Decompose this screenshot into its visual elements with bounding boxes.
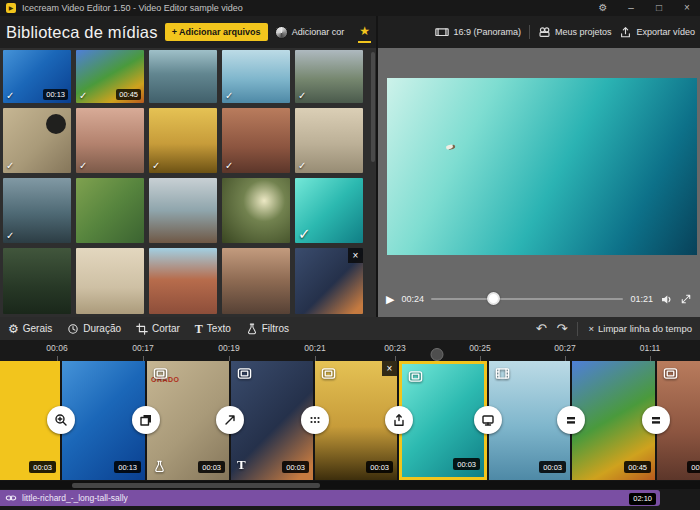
tool-label: Texto: [207, 323, 231, 334]
remove-clip-button[interactable]: ×: [382, 361, 397, 376]
textT-icon: T: [195, 323, 203, 335]
media-thumbnail-ocean-swimmer-photo[interactable]: ✓: [222, 50, 290, 103]
seek-bar[interactable]: [431, 298, 623, 300]
media-thumbnail-desert-truck-photo[interactable]: ✓: [76, 108, 144, 173]
media-thumbnail-camel-caravan-photo[interactable]: [76, 248, 144, 314]
video-editor-window: ▶ Icecream Video Editor 1.50 - Video Edi…: [0, 0, 700, 510]
title-bar: ▶ Icecream Video Editor 1.50 - Video Edi…: [0, 0, 700, 16]
minimize-button[interactable]: –: [624, 3, 638, 13]
audio-clip-name: little-richard_-_long-tall-sally: [22, 493, 128, 503]
audio-track-row: little-richard_-_long-tall-sally 02:10: [0, 489, 700, 507]
ruler-time-label: 00:23: [384, 343, 405, 353]
selected-check-icon: ✓: [79, 91, 87, 101]
media-thumbnail-turquoise-sea-photo[interactable]: ✓: [295, 178, 363, 243]
media-thumbnail-canyon-road-photo[interactable]: ✓: [222, 108, 290, 173]
media-thumbnail-rocky-shore-photo[interactable]: ✓: [3, 178, 71, 243]
monitor-transition-icon: [480, 412, 496, 428]
transition-button[interactable]: [132, 406, 160, 434]
frame-icon: [663, 366, 678, 381]
clip-duration-badge: 00:03: [539, 461, 566, 473]
ruler-time-label: 00:25: [469, 343, 490, 353]
redo-button[interactable]: ↷: [557, 322, 568, 335]
playhead-knob[interactable]: [431, 348, 444, 361]
flask-icon: [246, 323, 258, 335]
media-library-panel: Biblioteca de mídias + Adicionar arquivo…: [0, 16, 376, 317]
timeline-clips-track: 00:0300:13ORADO00:03T00:0300:03×00:0300:…: [0, 361, 700, 481]
text-applied-icon: T: [237, 455, 246, 473]
media-thumbnail-canyon-van-photo[interactable]: [149, 248, 217, 314]
widescreen-icon: [435, 25, 449, 39]
filmstrip-icon: [495, 366, 510, 381]
app-icon: ▶: [6, 3, 16, 13]
frame-icon: [237, 366, 252, 381]
ruler-time-label: 00:19: [218, 343, 239, 353]
tool-trim-button[interactable]: Cortar: [136, 323, 180, 335]
media-thumbnail-balloons-temple-photo[interactable]: ✓: [149, 108, 217, 173]
maximize-button[interactable]: □: [652, 3, 666, 13]
tool-text-button[interactable]: TTexto: [195, 323, 231, 335]
ruler-time-label: 00:17: [132, 343, 153, 353]
video-preview: [387, 78, 697, 255]
clock-icon: [67, 323, 79, 335]
timeline-ruler[interactable]: 00:0600:1700:1900:2100:2300:2500:2701:11: [0, 340, 700, 361]
library-title: Biblioteca de mídias: [6, 23, 158, 42]
media-thumbnail-forest-bridge-photo[interactable]: [3, 248, 71, 314]
remove-button[interactable]: ×: [348, 248, 363, 263]
gear-icon: ⚙: [8, 323, 19, 335]
transition-button[interactable]: [642, 406, 670, 434]
selected-check-icon: ✓: [6, 91, 14, 101]
seek-handle[interactable]: [487, 292, 500, 305]
media-thumbnail-rio-coast-photo[interactable]: [149, 50, 217, 103]
boat-in-video: [445, 144, 453, 150]
selected-check-icon: ✓: [225, 161, 233, 171]
transition-button[interactable]: [47, 406, 75, 434]
tool-filters-button[interactable]: Filtros: [246, 323, 289, 335]
ruler-time-label: 00:21: [304, 343, 325, 353]
transition-button[interactable]: [301, 406, 329, 434]
tool-general-button[interactable]: ⚙Gerais: [8, 323, 52, 335]
media-thumbnail-boat-lake-photo[interactable]: [149, 178, 217, 243]
audio-clip[interactable]: little-richard_-_long-tall-sally 02:10: [0, 490, 660, 506]
scrollbar-thumb[interactable]: [72, 483, 320, 488]
library-grid: ✓00:13✓00:45✓✓✓✓✓✓✓✓✓×: [0, 48, 370, 317]
play-button[interactable]: ▶: [386, 294, 394, 305]
undo-button[interactable]: ↶: [536, 322, 547, 335]
transition-button[interactable]: [474, 406, 502, 434]
media-thumbnail-white-village-photo[interactable]: ✓: [295, 108, 363, 173]
media-thumbnail-forest-hikers-photo[interactable]: [222, 178, 290, 243]
media-thumbnail-parrot-video[interactable]: ✓00:45: [76, 50, 144, 103]
transition-button[interactable]: [557, 406, 585, 434]
media-thumbnail-old-town-photo[interactable]: [222, 248, 290, 314]
close-button[interactable]: ×: [680, 3, 694, 13]
fullscreen-icon[interactable]: [680, 293, 692, 305]
media-thumbnail-travel-map-photo[interactable]: ✓: [3, 108, 71, 173]
media-thumbnail-airplane-window-photo[interactable]: ×: [295, 248, 363, 314]
tab-favorites[interactable]: ★: [358, 21, 371, 43]
clip-duration-badge: 00:03: [29, 461, 56, 473]
transition-button[interactable]: [385, 406, 413, 434]
tool-label: Duração: [83, 323, 121, 334]
clear-timeline-button[interactable]: × Limpar linha do tempo: [588, 323, 692, 334]
duration-badge: 00:13: [43, 89, 68, 100]
timeline-toolbar: ⚙GeraisDuraçãoCortarTTextoFiltros ↶ ↷ × …: [0, 317, 700, 340]
export-video-button[interactable]: Exportar vídeo: [619, 26, 695, 39]
transition-button[interactable]: [216, 406, 244, 434]
volume-icon[interactable]: [660, 293, 673, 306]
aspect-ratio-button[interactable]: 16:9 (Panorama): [435, 25, 521, 39]
projector-icon: [538, 26, 551, 39]
my-projects-button[interactable]: Meus projetos: [538, 26, 612, 39]
tool-duration-button[interactable]: Duração: [67, 323, 121, 335]
add-color-button[interactable]: Adicionar cor: [275, 26, 345, 39]
media-thumbnail-hiker-mountains-photo[interactable]: ✓: [295, 50, 363, 103]
link-icon: [5, 492, 17, 504]
preview-panel: 16:9 (Panorama) Meus projetos Exportar v…: [378, 16, 700, 317]
selected-check-icon: ✓: [79, 161, 87, 171]
library-scrollbar[interactable]: [371, 52, 375, 162]
current-time: 00:24: [401, 294, 424, 304]
bars-transition-icon: [648, 412, 664, 428]
timeline-hscrollbar[interactable]: [0, 481, 700, 489]
media-thumbnail-windows-desktop-video[interactable]: ✓00:13: [3, 50, 71, 103]
add-files-button[interactable]: + Adicionar arquivos: [165, 23, 268, 41]
media-thumbnail-winding-road-photo[interactable]: [76, 178, 144, 243]
settings-gear-icon[interactable]: ⚙: [596, 3, 610, 13]
